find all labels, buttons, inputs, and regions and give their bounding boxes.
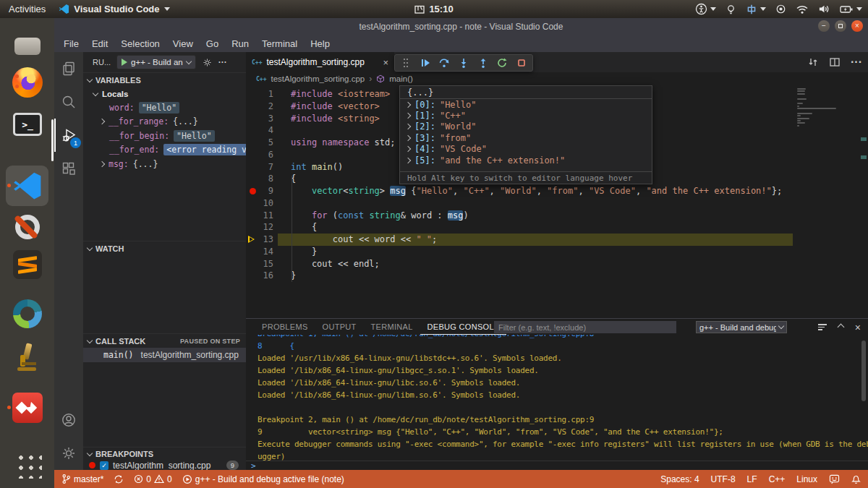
gutter-line[interactable]: 11 <box>246 210 278 222</box>
close-panel-icon[interactable]: × <box>855 322 861 333</box>
hover-row[interactable]: [0]:"Hello" <box>400 99 652 110</box>
breadcrumb-file[interactable]: testAlgorithm_sorting.cpp <box>271 74 365 83</box>
scope-locals[interactable]: Locals <box>83 87 246 100</box>
microscope-app-icon[interactable] <box>12 342 43 372</box>
show-applications-icon[interactable] <box>12 449 43 479</box>
hover-summary[interactable]: {...} <box>400 86 652 99</box>
account-icon[interactable] <box>54 403 83 437</box>
step-over-icon[interactable] <box>436 56 453 70</box>
location-icon[interactable] <box>775 4 786 14</box>
variable-row[interactable]: msg:{...} <box>83 157 246 171</box>
extensions-icon[interactable] <box>54 152 83 185</box>
drag-grip-icon[interactable] <box>398 56 414 70</box>
minimap[interactable] <box>797 88 858 127</box>
variable-row[interactable]: __for_begin:"Hello" <box>83 129 246 143</box>
bell-icon[interactable] <box>851 474 861 484</box>
status-lf[interactable]: LF <box>747 474 757 484</box>
hover-row[interactable]: [5]:"and the C++ extension!" <box>400 155 652 166</box>
gutter-line[interactable]: 16 <box>246 270 278 282</box>
close-button[interactable]: × <box>851 20 863 32</box>
hover-row[interactable]: [4]:"VS Code" <box>400 144 652 155</box>
code-line[interactable]: vector<string> msg {"Hello", "C++", "Wor… <box>278 185 793 197</box>
gutter-line[interactable]: 7 <box>246 161 278 174</box>
panel-scrollbar[interactable] <box>861 341 866 401</box>
more-actions-icon[interactable]: ··· <box>851 56 862 69</box>
breadcrumb[interactable]: C++ testAlgorithm_sorting.cpp › main() <box>246 72 868 85</box>
gutter-line[interactable]: 4 <box>246 124 278 137</box>
breakpoint-row[interactable]: ✓ testAlgorithm_sorting.cpp 9 <box>83 460 246 470</box>
volume-icon[interactable] <box>818 4 830 14</box>
accessibility-menu[interactable] <box>695 3 716 15</box>
maximize-button[interactable] <box>835 20 846 32</box>
gutter-line[interactable]: 6 <box>246 149 278 161</box>
gutter-line[interactable]: 5 <box>246 137 278 149</box>
variable-row[interactable]: __for_range:{...} <box>83 115 246 129</box>
vscode-app-icon[interactable] <box>12 171 43 201</box>
console-input-row[interactable]: > <box>246 461 868 470</box>
clear-console-icon[interactable] <box>818 322 827 332</box>
wifi-icon[interactable] <box>796 4 809 14</box>
terminal-app-icon[interactable]: >_ <box>12 109 43 140</box>
breadcrumb-symbol[interactable]: main() <box>389 74 413 83</box>
open-changes-icon[interactable] <box>807 56 819 68</box>
split-editor-icon[interactable] <box>829 56 841 68</box>
problems-item[interactable]: 0 0 <box>134 474 171 484</box>
menu-run[interactable]: Run <box>225 35 255 52</box>
anydesk-icon[interactable] <box>12 393 43 423</box>
menu-view[interactable]: View <box>166 35 200 52</box>
menu-terminal[interactable]: Terminal <box>255 35 304 52</box>
git-branch-item[interactable]: master* <box>61 474 103 484</box>
maximize-panel-chevron-icon[interactable] <box>837 324 844 331</box>
code-line[interactable]: { <box>278 221 793 234</box>
firefox-icon[interactable] <box>12 67 43 98</box>
title-bar[interactable]: testAlgorithm_sorting.cpp - note - Visua… <box>54 18 868 35</box>
breakpoints-header[interactable]: BREAKPOINTS <box>83 447 246 460</box>
feedback-icon[interactable] <box>829 474 840 484</box>
gutter-line[interactable]: 1 <box>246 88 278 100</box>
breakpoint-checkbox[interactable]: ✓ <box>100 461 109 470</box>
debug-config-select[interactable]: g++ - Build and debug a <box>696 321 787 333</box>
input-method-menu[interactable] <box>746 4 766 15</box>
continue-icon[interactable] <box>417 56 434 70</box>
code-line[interactable]: cout << word << " "; <box>278 234 793 246</box>
code-line[interactable] <box>278 197 793 210</box>
keyboard-light-icon[interactable] <box>726 4 736 15</box>
color-ring-app-icon[interactable] <box>12 299 43 329</box>
gutter-line[interactable]: 2 <box>246 100 278 113</box>
sync-changes-icon[interactable] <box>114 474 124 484</box>
files-app-icon[interactable] <box>12 31 43 61</box>
step-into-icon[interactable] <box>456 56 472 70</box>
tab-testalgorithm-sorting[interactable]: C++ testAlgorithm_sorting.cpp × <box>246 52 394 72</box>
step-out-icon[interactable] <box>475 56 491 70</box>
debug-console-output[interactable]: Breakpoint 1, main () at /home/dc/run_db… <box>246 335 868 461</box>
status-spaces-4[interactable]: Spaces: 4 <box>660 474 699 484</box>
call-stack-frame[interactable]: main() testAlgorithm_sorting.cpp <box>83 348 246 362</box>
code-line[interactable]: } <box>278 246 793 258</box>
more-actions-icon[interactable]: ··· <box>218 57 227 67</box>
menu-edit[interactable]: Edit <box>85 35 114 52</box>
menu-help[interactable]: Help <box>304 35 336 52</box>
gutter-line[interactable]: 15 <box>246 258 278 270</box>
panel-tab-terminal[interactable]: TERMINAL <box>364 319 420 335</box>
tweaks-app-icon[interactable] <box>12 212 43 242</box>
code-line[interactable]: for (const string& word : msg) <box>278 210 793 222</box>
panel-tab-output[interactable]: OUTPUT <box>315 319 364 335</box>
call-stack-header[interactable]: CALL STACK PAUSED ON STEP <box>83 333 246 348</box>
watch-header[interactable]: WATCH <box>83 241 246 255</box>
explorer-icon[interactable] <box>54 52 83 85</box>
gutter-line[interactable]: 8 <box>246 173 278 185</box>
run-debug-icon[interactable]: 1 <box>54 119 83 152</box>
manage-gear-icon[interactable] <box>54 437 83 470</box>
gutter-line[interactable]: 13 <box>246 234 278 246</box>
debug-status-item[interactable]: g++ - Build and debug active file (note) <box>182 474 344 484</box>
code-line[interactable]: cout << endl; <box>278 258 793 270</box>
gutter-line[interactable]: 12 <box>246 221 278 234</box>
battery-menu[interactable] <box>840 4 862 14</box>
status-linux[interactable]: Linux <box>796 474 817 484</box>
menu-file[interactable]: File <box>57 35 85 52</box>
variable-row[interactable]: __for_end:<error reading variab… <box>83 143 246 158</box>
sublime-text-icon[interactable] <box>12 249 43 280</box>
gutter-line[interactable]: 14 <box>246 246 278 258</box>
close-tab-icon[interactable]: × <box>383 57 388 68</box>
hover-row[interactable]: [3]:"from" <box>400 132 652 143</box>
